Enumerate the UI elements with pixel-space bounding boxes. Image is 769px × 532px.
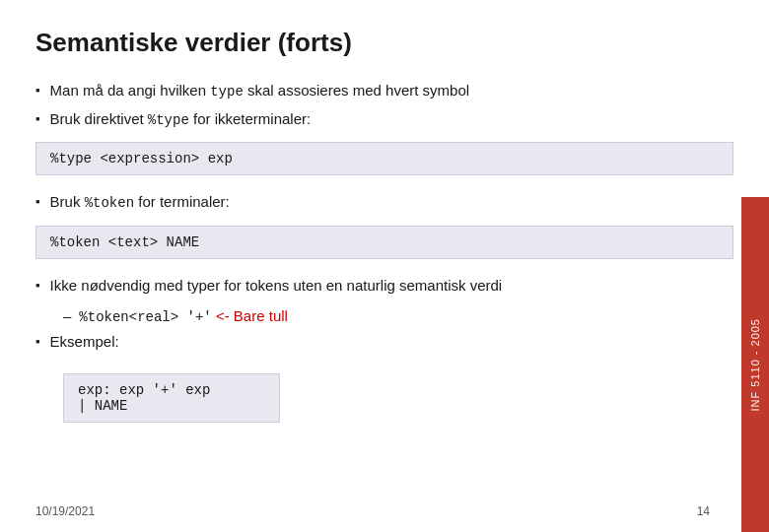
sub-bullet-red: <- Bare tull <box>216 307 288 324</box>
bullet-list: Man må da angi hvilken type skal assosie… <box>35 80 734 130</box>
code-block-2: %token <text> NAME <box>35 226 734 259</box>
bullet-list-2: Bruk %token for terminaler: <box>35 191 734 214</box>
example-line2: | NAME <box>78 398 127 414</box>
code-block-1: %type <expression> exp <box>35 142 734 175</box>
bullet-item-1: Man må da angi hvilken type skal assosie… <box>35 80 734 102</box>
page-number: 14 <box>697 504 710 518</box>
bullet5-text: Eksempel: <box>50 331 119 352</box>
bullet1-code: type <box>210 84 244 100</box>
bullet-item-2: Bruk direktivet %type for ikketerminaler… <box>35 108 734 131</box>
example-line1: exp: exp '+' exp <box>78 382 210 398</box>
slide: Semantiske verdier (forts) Man må da ang… <box>0 0 769 532</box>
bullet-list-4: Eksempel: <box>35 331 734 352</box>
bullet-item-4: Ikke nødvendig med typer for tokens uten… <box>35 275 734 296</box>
bullet4-text: Ikke nødvendig med typer for tokens uten… <box>50 275 503 296</box>
example-code-block: exp: exp '+' exp | NAME <box>63 373 280 423</box>
side-label-bar: INF 5110 - 2005 <box>741 197 769 532</box>
sub-bullet-code: %token<real> '+' <box>79 309 211 325</box>
bullet-item-5: Eksempel: <box>35 331 734 352</box>
bullet2-text: Bruk direktivet %type for ikketerminaler… <box>50 108 312 131</box>
footer-date: 10/19/2021 <box>35 504 95 518</box>
sub-bullet: %token<real> '+' <- Bare tull <box>63 307 734 325</box>
sub-bullet-text: %token<real> '+' <- Bare tull <box>79 307 288 325</box>
bullet1-text: Man må da angi hvilken type skal assosie… <box>50 80 469 102</box>
bullet2-code: %type <box>148 112 189 128</box>
slide-title: Semantiske verdier (forts) <box>35 28 734 58</box>
bullet-item-3: Bruk %token for terminaler: <box>35 191 734 214</box>
bullet3-code: %token <box>85 195 134 211</box>
bullet-list-3: Ikke nødvendig med typer for tokens uten… <box>35 275 734 296</box>
bullet3-text: Bruk %token for terminaler: <box>50 191 230 214</box>
side-label-text: INF 5110 - 2005 <box>749 318 761 412</box>
